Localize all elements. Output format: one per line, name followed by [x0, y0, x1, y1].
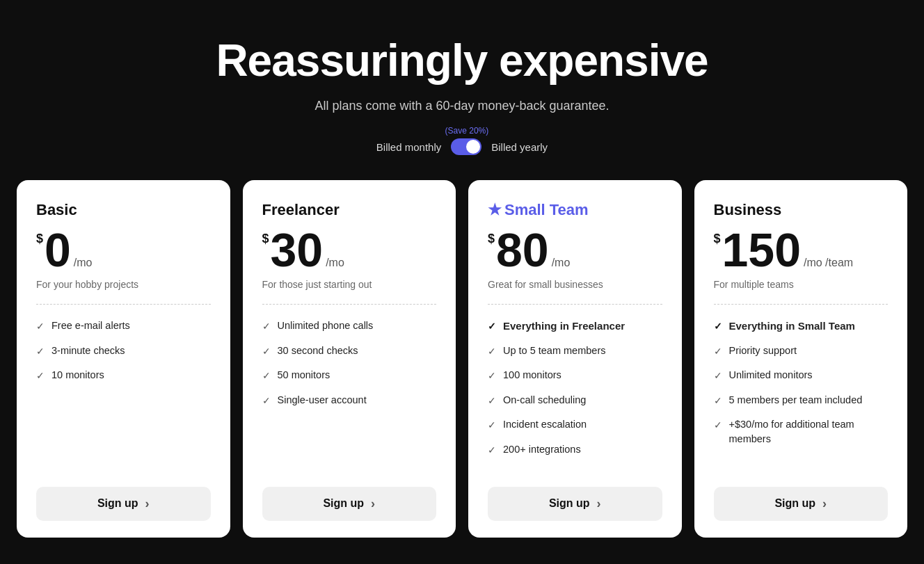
- check-icon: ✓: [714, 320, 722, 334]
- plan-divider-small-team: [488, 304, 662, 305]
- feature-text: 10 monitors: [51, 368, 104, 382]
- plan-price-small-team: 80: [496, 226, 549, 273]
- arrow-icon: ›: [145, 497, 150, 511]
- check-icon: ✓: [714, 394, 722, 408]
- plan-features-basic: ✓Free e-mail alerts✓3-minute checks✓10 m…: [36, 319, 211, 467]
- check-icon: ✓: [36, 320, 45, 334]
- signup-button-small-team[interactable]: Sign up›: [488, 487, 662, 521]
- save-badge: (Save 20%): [445, 126, 489, 136]
- plan-price-suffix-basic: /mo: [74, 257, 93, 269]
- feature-text: Everything in Small Team: [729, 319, 855, 333]
- plan-tagline-basic: For your hobby projects: [36, 279, 211, 290]
- feature-item: ✓Up to 5 team members: [488, 344, 662, 359]
- signup-button-label: Sign up: [774, 497, 815, 510]
- plan-price-row-freelancer: $30/mo: [262, 226, 437, 273]
- plan-features-small-team: ✓Everything in Freelancer✓Up to 5 team m…: [488, 319, 662, 467]
- check-icon: ✓: [488, 345, 496, 359]
- signup-button-freelancer[interactable]: Sign up›: [262, 487, 437, 521]
- signup-button-label: Sign up: [323, 497, 364, 510]
- feature-text: 30 second checks: [278, 344, 358, 357]
- signup-button-label: Sign up: [549, 497, 590, 510]
- price-dollar-sign: $: [262, 232, 269, 246]
- feature-item: ✓Single-user account: [262, 393, 437, 408]
- feature-text: 200+ integrations: [503, 442, 581, 456]
- feature-text: 3-minute checks: [51, 344, 125, 357]
- plan-card-small-team: ★Small Team$80/moGreat for small busines…: [468, 180, 682, 538]
- feature-item: ✓Everything in Freelancer: [488, 319, 662, 334]
- plan-name-business: Business: [714, 201, 889, 219]
- feature-text: 50 monitors: [278, 368, 330, 382]
- feature-item: ✓Incident escalation: [488, 417, 662, 433]
- arrow-icon: ›: [597, 497, 601, 511]
- check-icon: ✓: [262, 369, 271, 383]
- feature-text: On-call scheduling: [503, 393, 586, 407]
- feature-item: ✓50 monitors: [262, 368, 437, 383]
- plan-price-suffix-small-team: /mo: [552, 257, 571, 269]
- feature-item: ✓100 monitors: [488, 368, 662, 383]
- check-icon: ✓: [36, 345, 45, 359]
- plan-price-business: 150: [722, 226, 801, 273]
- feature-text: 5 members per team included: [729, 393, 863, 407]
- feature-item: ✓Unlimited monitors: [714, 368, 889, 383]
- plan-price-suffix-business: /mo /team: [804, 257, 853, 269]
- feature-item: ✓10 monitors: [36, 368, 211, 383]
- plan-card-business: Business$150/mo /teamFor multiple teams✓…: [694, 180, 908, 538]
- plan-card-freelancer: Freelancer$30/moFor those just starting …: [243, 180, 456, 538]
- check-icon: ✓: [488, 394, 496, 408]
- feature-text: Priority support: [729, 344, 797, 357]
- feature-text: Free e-mail alerts: [51, 319, 130, 332]
- feature-item: ✓Everything in Small Team: [714, 319, 889, 334]
- signup-button-business[interactable]: Sign up›: [714, 487, 889, 521]
- check-icon: ✓: [488, 369, 496, 383]
- price-dollar-sign: $: [714, 232, 721, 246]
- page-subtitle: All plans come with a 60-day money-back …: [314, 99, 609, 113]
- arrow-icon: ›: [822, 497, 827, 511]
- feature-text: Unlimited monitors: [729, 368, 813, 382]
- feature-item: ✓3-minute checks: [36, 344, 211, 359]
- check-icon: ✓: [714, 345, 722, 359]
- check-icon: ✓: [488, 444, 496, 458]
- feature-text: Incident escalation: [503, 417, 587, 431]
- billing-toggle-row: Billed monthly (Save 20%) Billed yearly: [376, 138, 548, 155]
- check-icon: ✓: [36, 369, 45, 383]
- feature-item: ✓Priority support: [714, 344, 889, 359]
- plan-price-row-small-team: $80/mo: [488, 226, 662, 273]
- plan-price-row-basic: $0/mo: [36, 226, 211, 273]
- feature-text: Everything in Freelancer: [503, 319, 625, 333]
- feature-item: ✓+$30/mo for additional team members: [714, 417, 889, 446]
- plan-divider-basic: [36, 304, 211, 305]
- plan-price-suffix-freelancer: /mo: [326, 257, 344, 269]
- plan-price-row-business: $150/mo /team: [714, 226, 889, 273]
- plan-tagline-freelancer: For those just starting out: [262, 279, 437, 290]
- feature-text: +$30/mo for additional team members: [729, 417, 889, 446]
- plan-name-small-team: ★Small Team: [488, 201, 662, 219]
- feature-text: Unlimited phone calls: [278, 319, 374, 332]
- feature-item: ✓5 members per team included: [714, 393, 889, 408]
- feature-item: ✓200+ integrations: [488, 442, 662, 458]
- billing-toggle[interactable]: [451, 138, 481, 155]
- price-dollar-sign: $: [36, 232, 43, 246]
- check-icon: ✓: [262, 345, 271, 359]
- plan-divider-business: [714, 304, 889, 305]
- check-icon: ✓: [262, 394, 271, 408]
- plan-tagline-business: For multiple teams: [714, 279, 889, 290]
- arrow-icon: ›: [371, 497, 375, 511]
- feature-item: ✓Free e-mail alerts: [36, 319, 211, 334]
- plans-container: Basic$0/moFor your hobby projects✓Free e…: [17, 180, 907, 538]
- signup-button-label: Sign up: [97, 497, 138, 510]
- billing-toggle-wrapper: (Save 20%): [451, 138, 481, 155]
- signup-button-basic[interactable]: Sign up›: [36, 487, 211, 521]
- billing-yearly-label: Billed yearly: [491, 141, 548, 153]
- feature-text: Single-user account: [278, 393, 367, 407]
- feature-item: ✓30 second checks: [262, 344, 437, 359]
- check-icon: ✓: [262, 320, 271, 334]
- feature-item: ✓On-call scheduling: [488, 393, 662, 408]
- feature-item: ✓Unlimited phone calls: [262, 319, 437, 334]
- feature-text: 100 monitors: [503, 368, 561, 382]
- feature-text: Up to 5 team members: [503, 344, 605, 357]
- check-icon: ✓: [488, 419, 496, 433]
- plan-divider-freelancer: [262, 304, 437, 305]
- toggle-thumb: [466, 140, 480, 154]
- plan-card-basic: Basic$0/moFor your hobby projects✓Free e…: [17, 180, 230, 538]
- billing-monthly-label: Billed monthly: [376, 141, 441, 153]
